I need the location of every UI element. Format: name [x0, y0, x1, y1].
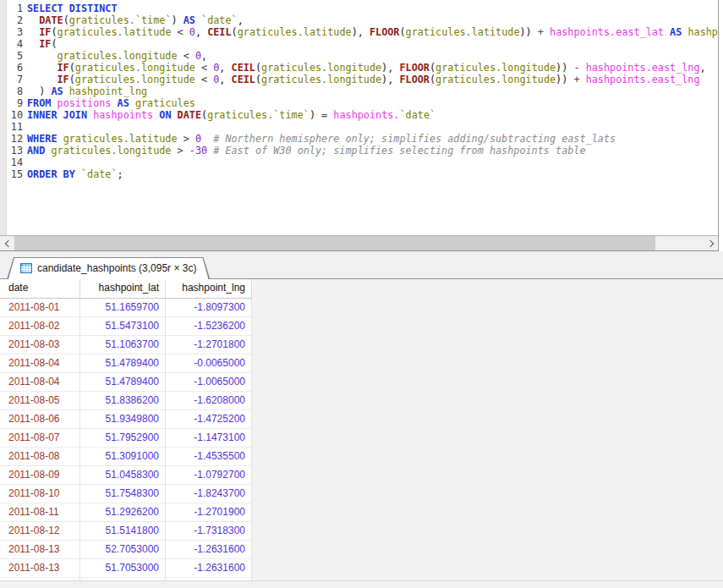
- results-grid: datehashpoint_lathashpoint_lng 2011-08-0…: [0, 279, 723, 588]
- cell-date[interactable]: 2011-08-06: [0, 410, 80, 429]
- cell-lat[interactable]: 51.1063700: [80, 336, 166, 354]
- cell-lat[interactable]: 51.2926200: [80, 503, 166, 522]
- code-area[interactable]: 1SELECT DISTINCT2 DATE(graticules.`time`…: [0, 0, 718, 236]
- cell-date[interactable]: 2011-08-07: [0, 429, 80, 448]
- table-row[interactable]: 2011-08-1151.2926200-1.2701900: [0, 503, 252, 522]
- table-row[interactable]: 2011-08-0851.3091000-1.4535500: [0, 448, 252, 466]
- table-row[interactable]: 2011-08-0551.8386200-1.6208000: [0, 392, 252, 410]
- cell-date[interactable]: 2011-08-13: [0, 541, 80, 559]
- cell-date[interactable]: 2011-08-03: [0, 336, 80, 354]
- code-line[interactable]: 10INNER JOIN hashpoints ON DATE(graticul…: [0, 109, 718, 121]
- cell-date[interactable]: 2011-08-10: [0, 485, 80, 503]
- code-lines: 1SELECT DISTINCT2 DATE(graticules.`time`…: [0, 3, 718, 180]
- hscrollbar-thumb[interactable]: [14, 236, 655, 250]
- line-number: 3: [0, 26, 27, 38]
- table-row[interactable]: 2011-08-0451.4789400-0.0065000: [0, 354, 252, 373]
- cell-lat[interactable]: 51.7952900: [80, 429, 166, 448]
- line-number: 2: [0, 14, 27, 26]
- table-row[interactable]: 2011-08-0151.1659700-1.8097300: [0, 299, 252, 317]
- code-line[interactable]: 7 IF(graticules.longitude < 0, CEIL(grat…: [0, 74, 718, 85]
- cell-lng[interactable]: -1.2631600: [166, 541, 252, 559]
- cell-lng[interactable]: -1.4725200: [166, 410, 252, 429]
- code-line[interactable]: 11: [0, 121, 718, 133]
- code-line[interactable]: 3 IF(graticules.latitude < 0, CEIL(grati…: [0, 26, 718, 38]
- line-number: 14: [0, 157, 27, 168]
- cell-date[interactable]: 2011-08-04: [0, 373, 80, 392]
- line-number: 13: [0, 145, 27, 157]
- cell-date[interactable]: 2011-08-04: [0, 354, 80, 373]
- code-line[interactable]: 2 DATE(graticules.`time`) AS `date`,: [0, 14, 718, 26]
- table-row[interactable]: 2011-08-1352.7053000-1.2631600: [0, 541, 252, 559]
- code-text: IF(graticules.longitude < 0, CEIL(gratic…: [27, 74, 718, 85]
- code-line[interactable]: 6 IF(graticules.longitude < 0, CEIL(grat…: [0, 62, 718, 74]
- table-row[interactable]: 2011-08-1251.5141800-1.7318300: [0, 522, 252, 541]
- cell-date[interactable]: 2011-08-02: [0, 317, 80, 336]
- sql-editor[interactable]: 1SELECT DISTINCT2 DATE(graticules.`time`…: [0, 0, 719, 251]
- cell-date[interactable]: 2011-08-01: [0, 299, 80, 317]
- cell-date[interactable]: 2011-08-09: [0, 466, 80, 485]
- cell-date[interactable]: 2011-08-11: [0, 503, 80, 522]
- cell-lng[interactable]: -1.2701800: [166, 336, 252, 354]
- code-text: DATE(graticules.`time`) AS `date`,: [27, 14, 718, 26]
- column-header-date[interactable]: date: [0, 279, 80, 298]
- cell-date[interactable]: 2011-08-08: [0, 448, 80, 466]
- cell-lat[interactable]: 51.9349800: [80, 410, 166, 429]
- cell-lng[interactable]: -1.8243700: [166, 485, 252, 503]
- scroll-left-button[interactable]: [0, 236, 14, 250]
- cell-lat[interactable]: 51.7053000: [80, 559, 166, 578]
- cell-lat[interactable]: 51.4789400: [80, 354, 166, 373]
- table-row[interactable]: 2011-08-1351.7053000-1.2631600: [0, 559, 252, 578]
- code-line[interactable]: 4 IF(: [0, 38, 718, 50]
- line-number: 1: [0, 3, 27, 14]
- cell-lng[interactable]: -1.4535500: [166, 448, 252, 466]
- table-row[interactable]: 2011-08-0651.9349800-1.4725200: [0, 410, 252, 429]
- code-line[interactable]: 14: [0, 157, 718, 168]
- grid-hscrollbar[interactable]: [0, 580, 723, 588]
- cell-lng[interactable]: -0.0065000: [166, 354, 252, 373]
- grid-body: 2011-08-0151.1659700-1.80973002011-08-02…: [0, 299, 723, 582]
- code-line[interactable]: 12WHERE graticules.latitude > 0 # Northe…: [0, 133, 718, 145]
- code-line[interactable]: 9FROM positions AS graticules: [0, 97, 718, 109]
- cell-lng[interactable]: -1.0792700: [166, 466, 252, 485]
- cell-lat[interactable]: 51.1659700: [80, 299, 166, 317]
- table-row[interactable]: 2011-08-1051.7548300-1.8243700: [0, 485, 252, 503]
- line-number: 9: [0, 97, 27, 109]
- table-row[interactable]: 2011-08-0951.0458300-1.0792700: [0, 466, 252, 485]
- cell-lng[interactable]: -1.8097300: [166, 299, 252, 317]
- cell-lat[interactable]: 52.7053000: [80, 541, 166, 559]
- cell-date[interactable]: 2011-08-13: [0, 559, 80, 578]
- code-line[interactable]: 5 graticules.longitude < 0,: [0, 50, 718, 62]
- cell-lat[interactable]: 51.8386200: [80, 392, 166, 410]
- table-row[interactable]: 2011-08-0251.5473100-1.5236200: [0, 317, 252, 336]
- cell-lng[interactable]: -1.0065000: [166, 373, 252, 392]
- results-tab[interactable]: candidate_hashpoints (3,095r × 3c): [7, 257, 210, 279]
- cell-lat[interactable]: 51.0458300: [80, 466, 166, 485]
- cell-lng[interactable]: -1.2701900: [166, 503, 252, 522]
- scroll-right-button[interactable]: [704, 236, 718, 250]
- cell-date[interactable]: 2011-08-05: [0, 392, 80, 410]
- cell-lat[interactable]: 51.5141800: [80, 522, 166, 541]
- cell-lat[interactable]: 51.5473100: [80, 317, 166, 336]
- column-header-lat[interactable]: hashpoint_lat: [80, 279, 166, 298]
- cell-lng[interactable]: -1.7318300: [166, 522, 252, 541]
- column-header-lng[interactable]: hashpoint_lng: [166, 279, 252, 298]
- code-text: graticules.longitude < 0,: [27, 50, 718, 62]
- table-row[interactable]: 2011-08-0751.7952900-1.1473100: [0, 429, 252, 448]
- cell-lng[interactable]: -1.6208000: [166, 392, 252, 410]
- code-line[interactable]: 15ORDER BY `date`;: [0, 168, 718, 180]
- cell-lat[interactable]: 51.3091000: [80, 448, 166, 466]
- cell-lng[interactable]: -1.5236200: [166, 317, 252, 336]
- code-line[interactable]: 8 ) AS hashpoint_lng: [0, 85, 718, 97]
- code-text: AND graticules.longitude > -30 # East of…: [27, 145, 718, 157]
- cell-lng[interactable]: -1.2631600: [166, 559, 252, 578]
- code-line[interactable]: 13AND graticules.longitude > -30 # East …: [0, 145, 718, 157]
- cell-lng[interactable]: -1.1473100: [166, 429, 252, 448]
- cell-lat[interactable]: 51.7548300: [80, 485, 166, 503]
- table-row[interactable]: 2011-08-0451.4789400-1.0065000: [0, 373, 252, 392]
- code-line[interactable]: 1SELECT DISTINCT: [0, 3, 718, 14]
- cell-date[interactable]: 2011-08-12: [0, 522, 80, 541]
- chevron-right-icon: [706, 239, 713, 246]
- cell-lat[interactable]: 51.4789400: [80, 373, 166, 392]
- editor-hscrollbar[interactable]: [0, 235, 718, 250]
- table-row[interactable]: 2011-08-0351.1063700-1.2701800: [0, 336, 252, 354]
